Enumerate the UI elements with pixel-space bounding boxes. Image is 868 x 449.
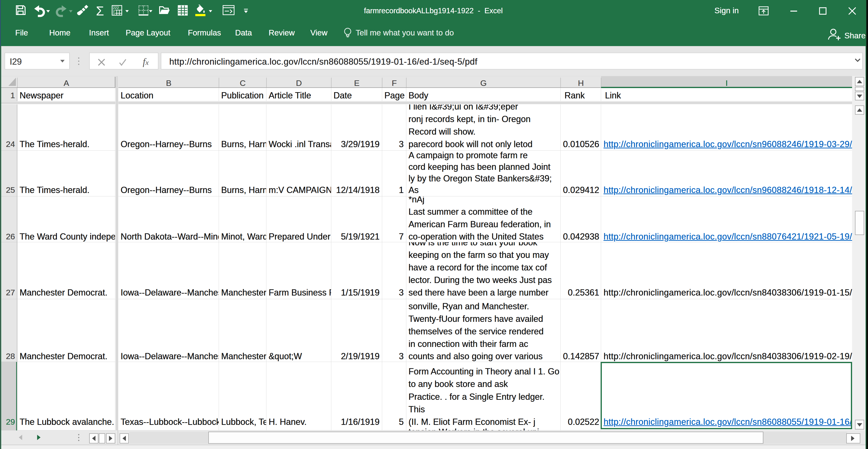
- svg-text:Σ: Σ: [96, 4, 104, 18]
- svg-text:2: 2: [113, 12, 115, 16]
